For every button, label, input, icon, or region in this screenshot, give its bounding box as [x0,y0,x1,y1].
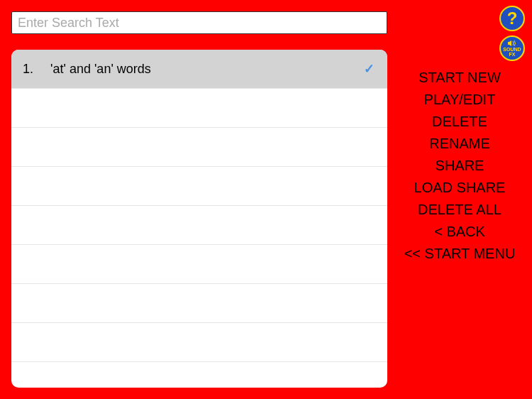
menu-container: START NEW PLAY/EDIT DELETE RENAME SHARE … [396,70,523,262]
play-edit-button[interactable]: PLAY/EDIT [424,92,496,108]
list-item-empty[interactable] [11,206,387,245]
delete-all-button[interactable]: DELETE ALL [418,202,501,218]
sound-label-2: FX [509,52,516,57]
rename-button[interactable]: RENAME [429,136,490,152]
sound-icon: SOUND FX [503,40,521,57]
sound-fx-button[interactable]: SOUND FX [499,35,525,61]
help-button[interactable]: ? [499,6,525,31]
share-button[interactable]: SHARE [436,158,484,174]
search-input[interactable] [11,11,387,34]
back-button[interactable]: < BACK [434,224,485,240]
list-item-number: 1. [23,62,33,77]
list-item-label: 'at' and 'an' words [50,62,151,77]
list-item[interactable]: 1. 'at' and 'an' words ✓ [11,50,387,89]
help-icon: ? [507,9,518,28]
list-item-empty[interactable] [11,128,387,167]
list-item-empty[interactable] [11,245,387,284]
list-item-empty[interactable] [11,323,387,362]
checkmark-icon: ✓ [364,61,375,77]
load-share-button[interactable]: LOAD SHARE [414,180,506,196]
list-item-empty[interactable] [11,167,387,206]
list-item-empty[interactable] [11,284,387,323]
icon-buttons-container: ? SOUND FX [499,6,525,61]
start-new-button[interactable]: START NEW [419,70,501,86]
start-menu-button[interactable]: << START MENU [404,246,516,262]
search-container [11,11,387,34]
word-list-container[interactable]: 1. 'at' and 'an' words ✓ [11,50,387,388]
delete-button[interactable]: DELETE [432,114,487,130]
sound-label-1: SOUND [503,47,521,52]
list-item-empty[interactable] [11,89,387,128]
